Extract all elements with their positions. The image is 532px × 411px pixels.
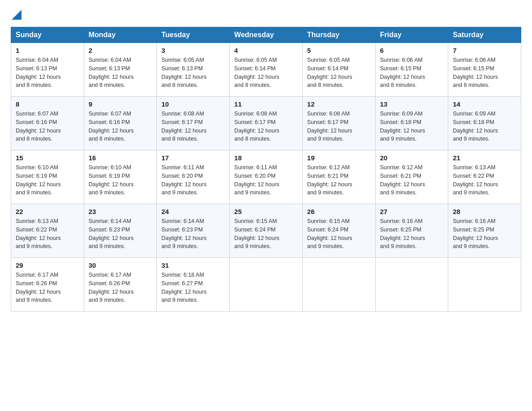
calendar-cell: 27 Sunrise: 6:16 AM Sunset: 6:25 PM Dayl… xyxy=(375,204,448,258)
calendar-cell: 31 Sunrise: 6:18 AM Sunset: 6:27 PM Dayl… xyxy=(157,258,230,312)
day-info: Sunrise: 6:08 AM Sunset: 6:17 PM Dayligh… xyxy=(234,110,298,143)
day-number: 6 xyxy=(380,47,444,54)
day-number: 1 xyxy=(16,47,79,54)
calendar-cell: 5 Sunrise: 6:05 AM Sunset: 6:14 PM Dayli… xyxy=(302,43,375,97)
calendar-cell: 13 Sunrise: 6:09 AM Sunset: 6:18 PM Dayl… xyxy=(375,97,448,150)
day-info: Sunrise: 6:17 AM Sunset: 6:26 PM Dayligh… xyxy=(16,271,79,304)
day-number: 11 xyxy=(234,100,298,108)
day-info: Sunrise: 6:12 AM Sunset: 6:21 PM Dayligh… xyxy=(380,163,444,197)
day-header-thursday: Thursday xyxy=(302,27,375,43)
calendar-cell: 11 Sunrise: 6:08 AM Sunset: 6:17 PM Dayl… xyxy=(230,97,303,150)
calendar-cell: 12 Sunrise: 6:08 AM Sunset: 6:17 PM Dayl… xyxy=(302,97,375,150)
day-number: 7 xyxy=(453,47,516,54)
day-number: 20 xyxy=(380,154,444,162)
day-info: Sunrise: 6:13 AM Sunset: 6:22 PM Dayligh… xyxy=(453,163,516,197)
calendar-cell: 28 Sunrise: 6:16 AM Sunset: 6:25 PM Dayl… xyxy=(448,204,521,258)
calendar-cell: 26 Sunrise: 6:15 AM Sunset: 6:24 PM Dayl… xyxy=(302,204,375,258)
svg-marker-0 xyxy=(12,10,21,20)
day-number: 3 xyxy=(161,47,225,54)
calendar-cell: 17 Sunrise: 6:11 AM Sunset: 6:20 PM Dayl… xyxy=(157,150,230,204)
calendar-cell: 4 Sunrise: 6:05 AM Sunset: 6:14 PM Dayli… xyxy=(230,43,303,97)
day-info: Sunrise: 6:04 AM Sunset: 6:13 PM Dayligh… xyxy=(16,56,79,90)
day-info: Sunrise: 6:04 AM Sunset: 6:13 PM Dayligh… xyxy=(89,56,152,90)
day-number: 28 xyxy=(453,208,516,215)
calendar-cell: 19 Sunrise: 6:12 AM Sunset: 6:21 PM Dayl… xyxy=(302,150,375,204)
calendar-week-row: 1 Sunrise: 6:04 AM Sunset: 6:13 PM Dayli… xyxy=(11,43,521,97)
day-number: 26 xyxy=(307,208,371,215)
calendar-week-row: 15 Sunrise: 6:10 AM Sunset: 6:19 PM Dayl… xyxy=(11,150,521,204)
day-info: Sunrise: 6:06 AM Sunset: 6:15 PM Dayligh… xyxy=(453,56,516,90)
day-number: 16 xyxy=(89,154,152,162)
day-number: 29 xyxy=(16,261,79,269)
calendar-cell: 15 Sunrise: 6:10 AM Sunset: 6:19 PM Dayl… xyxy=(11,150,84,204)
calendar-cell: 30 Sunrise: 6:17 AM Sunset: 6:26 PM Dayl… xyxy=(84,258,157,312)
day-info: Sunrise: 6:08 AM Sunset: 6:17 PM Dayligh… xyxy=(161,110,225,143)
day-info: Sunrise: 6:16 AM Sunset: 6:25 PM Dayligh… xyxy=(453,217,516,251)
day-number: 13 xyxy=(380,100,444,108)
day-info: Sunrise: 6:11 AM Sunset: 6:20 PM Dayligh… xyxy=(161,163,225,197)
day-number: 15 xyxy=(16,154,79,162)
day-info: Sunrise: 6:14 AM Sunset: 6:23 PM Dayligh… xyxy=(161,217,225,251)
day-header-saturday: Saturday xyxy=(448,27,521,43)
calendar-cell: 23 Sunrise: 6:14 AM Sunset: 6:23 PM Dayl… xyxy=(84,204,157,258)
day-info: Sunrise: 6:10 AM Sunset: 6:19 PM Dayligh… xyxy=(89,163,152,197)
calendar-cell: 14 Sunrise: 6:09 AM Sunset: 6:18 PM Dayl… xyxy=(448,97,521,150)
calendar-cell: 7 Sunrise: 6:06 AM Sunset: 6:15 PM Dayli… xyxy=(448,43,521,97)
day-info: Sunrise: 6:14 AM Sunset: 6:23 PM Dayligh… xyxy=(89,217,152,251)
page-header xyxy=(11,11,521,20)
day-number: 24 xyxy=(161,208,225,215)
calendar-cell: 24 Sunrise: 6:14 AM Sunset: 6:23 PM Dayl… xyxy=(157,204,230,258)
day-info: Sunrise: 6:11 AM Sunset: 6:20 PM Dayligh… xyxy=(234,163,298,197)
day-header-monday: Monday xyxy=(84,27,157,43)
calendar-week-row: 8 Sunrise: 6:07 AM Sunset: 6:16 PM Dayli… xyxy=(11,97,521,150)
logo-triangle-icon xyxy=(12,10,21,20)
day-info: Sunrise: 6:15 AM Sunset: 6:24 PM Dayligh… xyxy=(307,217,371,251)
day-header-sunday: Sunday xyxy=(11,27,84,43)
day-info: Sunrise: 6:17 AM Sunset: 6:26 PM Dayligh… xyxy=(89,271,152,304)
day-info: Sunrise: 6:18 AM Sunset: 6:27 PM Dayligh… xyxy=(161,271,225,304)
day-info: Sunrise: 6:12 AM Sunset: 6:21 PM Dayligh… xyxy=(307,163,371,197)
day-number: 5 xyxy=(307,47,371,54)
calendar-week-row: 22 Sunrise: 6:13 AM Sunset: 6:22 PM Dayl… xyxy=(11,204,521,258)
calendar-cell: 25 Sunrise: 6:15 AM Sunset: 6:24 PM Dayl… xyxy=(230,204,303,258)
calendar-cell: 21 Sunrise: 6:13 AM Sunset: 6:22 PM Dayl… xyxy=(448,150,521,204)
day-info: Sunrise: 6:06 AM Sunset: 6:15 PM Dayligh… xyxy=(380,56,444,90)
calendar-cell xyxy=(448,258,521,312)
day-info: Sunrise: 6:05 AM Sunset: 6:14 PM Dayligh… xyxy=(307,56,371,90)
day-info: Sunrise: 6:09 AM Sunset: 6:18 PM Dayligh… xyxy=(380,110,444,143)
day-number: 18 xyxy=(234,154,298,162)
day-number: 19 xyxy=(307,154,371,162)
day-number: 9 xyxy=(89,100,152,108)
day-number: 25 xyxy=(234,208,298,215)
calendar-table: SundayMondayTuesdayWednesdayThursdayFrid… xyxy=(11,27,521,312)
day-info: Sunrise: 6:09 AM Sunset: 6:18 PM Dayligh… xyxy=(453,110,516,143)
calendar-cell: 6 Sunrise: 6:06 AM Sunset: 6:15 PM Dayli… xyxy=(375,43,448,97)
day-number: 27 xyxy=(380,208,444,215)
day-number: 4 xyxy=(234,47,298,54)
day-info: Sunrise: 6:10 AM Sunset: 6:19 PM Dayligh… xyxy=(16,163,79,197)
day-info: Sunrise: 6:05 AM Sunset: 6:14 PM Dayligh… xyxy=(234,56,298,90)
calendar-cell xyxy=(302,258,375,312)
day-number: 30 xyxy=(89,261,152,269)
calendar-cell: 9 Sunrise: 6:07 AM Sunset: 6:16 PM Dayli… xyxy=(84,97,157,150)
day-number: 2 xyxy=(89,47,152,54)
day-header-wednesday: Wednesday xyxy=(230,27,303,43)
day-info: Sunrise: 6:07 AM Sunset: 6:16 PM Dayligh… xyxy=(16,110,79,143)
calendar-header-row: SundayMondayTuesdayWednesdayThursdayFrid… xyxy=(11,27,521,43)
day-info: Sunrise: 6:08 AM Sunset: 6:17 PM Dayligh… xyxy=(307,110,371,143)
day-header-friday: Friday xyxy=(375,27,448,43)
calendar-cell: 22 Sunrise: 6:13 AM Sunset: 6:22 PM Dayl… xyxy=(11,204,84,258)
calendar-cell: 2 Sunrise: 6:04 AM Sunset: 6:13 PM Dayli… xyxy=(84,43,157,97)
day-info: Sunrise: 6:15 AM Sunset: 6:24 PM Dayligh… xyxy=(234,217,298,251)
day-number: 21 xyxy=(453,154,516,162)
day-info: Sunrise: 6:13 AM Sunset: 6:22 PM Dayligh… xyxy=(16,217,79,251)
calendar-cell: 18 Sunrise: 6:11 AM Sunset: 6:20 PM Dayl… xyxy=(230,150,303,204)
day-number: 10 xyxy=(161,100,225,108)
day-number: 14 xyxy=(453,100,516,108)
logo xyxy=(11,11,21,20)
calendar-cell xyxy=(375,258,448,312)
day-number: 23 xyxy=(89,208,152,215)
day-number: 17 xyxy=(161,154,225,162)
day-info: Sunrise: 6:05 AM Sunset: 6:13 PM Dayligh… xyxy=(161,56,225,90)
calendar-cell: 3 Sunrise: 6:05 AM Sunset: 6:13 PM Dayli… xyxy=(157,43,230,97)
